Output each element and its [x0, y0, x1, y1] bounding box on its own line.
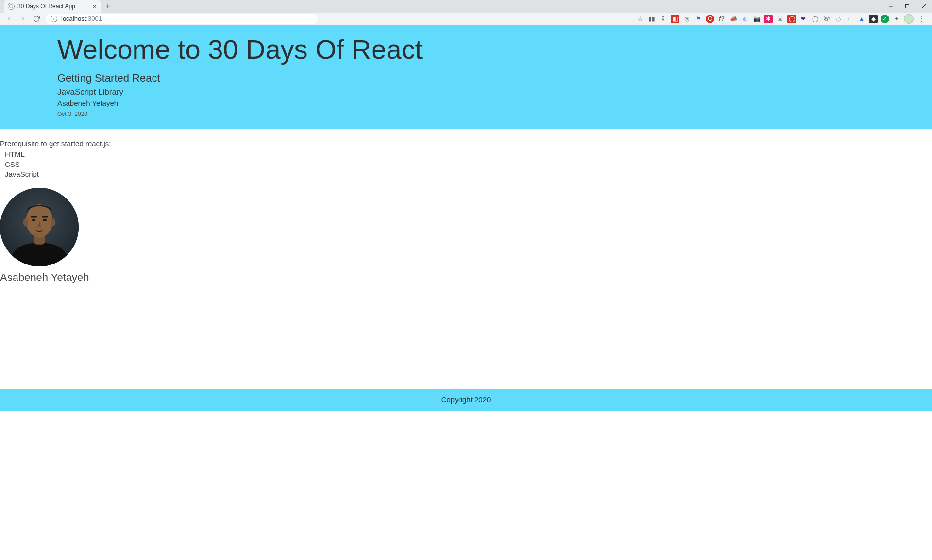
tab-strip: 30 Days Of React App × + [0, 0, 932, 13]
svg-point-8 [51, 218, 55, 226]
browser-menu-icon[interactable]: ⋮ [916, 15, 927, 23]
extension-icon[interactable]: 🎙 [659, 15, 668, 23]
close-tab-icon[interactable]: × [91, 3, 97, 10]
page-viewport: Welcome to 30 Days Of React Getting Star… [0, 25, 932, 560]
extension-icon[interactable]: Ⓦ [822, 15, 831, 23]
extension-icon[interactable]: ◧ [671, 15, 679, 23]
extension-icon[interactable]: ◌ [834, 15, 843, 23]
user-avatar [0, 188, 79, 266]
svg-point-11 [32, 219, 35, 221]
svg-point-12 [43, 219, 47, 221]
url-port: :3001 [86, 15, 102, 22]
new-tab-button[interactable]: + [101, 0, 115, 13]
extension-icon[interactable]: f? [717, 15, 726, 23]
prereq-list: HTML CSS JavaScript [0, 149, 932, 179]
site-info-icon[interactable]: i [51, 16, 57, 22]
favicon-icon [8, 3, 15, 10]
user-name: Asabeneh Yetayeh [0, 271, 932, 284]
close-window-button[interactable] [915, 0, 932, 13]
extension-icon[interactable]: 📣 [729, 15, 738, 23]
page-title: Welcome to 30 Days Of React [57, 34, 913, 65]
browser-tab[interactable]: 30 Days Of React App × [4, 0, 101, 13]
list-item: HTML [5, 149, 932, 159]
extension-icon[interactable]: ▲ [857, 15, 866, 23]
minimize-button[interactable] [882, 0, 899, 13]
window-controls [882, 0, 932, 13]
extension-icon[interactable]: ✓ [881, 15, 889, 23]
extension-icon[interactable]: ◯ [787, 15, 796, 23]
extension-icon[interactable]: 📷 [752, 15, 761, 23]
footer-copyright: Copyright 2020 [441, 395, 491, 404]
extension-icon[interactable]: ⚑ [694, 15, 703, 23]
browser-chrome: 30 Days Of React App × + i [0, 0, 932, 25]
url-host: localhost [61, 15, 86, 22]
extension-icon[interactable]: ❤ [799, 15, 808, 23]
list-item: CSS [5, 160, 932, 169]
address-bar[interactable]: i localhost:3001 [46, 14, 318, 24]
forward-button[interactable] [17, 13, 29, 25]
extension-icon[interactable]: ✱ [764, 15, 773, 23]
prereq-title: Prerequisite to get started react.js: [0, 139, 932, 148]
svg-point-6 [26, 204, 52, 237]
extension-icons: ☆ ▮▮ 🎙 ◧ ◎ ⚑ O f? 📣 ◐ 📷 ✱ ⇲ ◯ ❤ ◯ Ⓦ ◌ ○ … [636, 14, 929, 24]
extension-icon[interactable]: O [706, 15, 714, 23]
star-icon[interactable]: ☆ [636, 15, 644, 23]
extension-icon[interactable]: ◆ [869, 15, 878, 23]
page-subtitle: Getting Started React [57, 72, 913, 84]
extension-icon[interactable]: ◯ [811, 15, 819, 23]
maximize-button[interactable] [899, 0, 915, 13]
profile-avatar[interactable] [904, 14, 914, 24]
header-author: Asabeneh Yetayeh [57, 99, 913, 107]
page-header: Welcome to 30 Days Of React Getting Star… [0, 25, 932, 129]
extension-icon[interactable]: ○ [846, 15, 854, 23]
page-main: Prerequisite to get started react.js: HT… [0, 129, 932, 284]
url-text: localhost:3001 [61, 15, 102, 22]
svg-rect-10 [42, 216, 48, 217]
extension-icon[interactable]: ▮▮ [647, 15, 656, 23]
page-footer: Copyright 2020 [0, 389, 932, 411]
toolbar: i localhost:3001 ☆ ▮▮ 🎙 ◧ ◎ ⚑ O f? 📣 ◐ 📷… [0, 13, 932, 25]
tab-title: 30 Days Of React App [17, 3, 88, 10]
extension-icon[interactable]: ◎ [682, 15, 691, 23]
svg-point-7 [23, 218, 28, 226]
extensions-menu-icon[interactable]: ✦ [892, 15, 901, 23]
extension-icon[interactable]: ◐ [741, 15, 749, 23]
header-date: Oct 3, 2020 [57, 111, 87, 117]
list-item: JavaScript [5, 169, 932, 179]
page-library: JavaScript Library [57, 87, 913, 97]
svg-rect-9 [31, 216, 37, 217]
back-button[interactable] [3, 13, 16, 25]
extension-icon[interactable]: ⇲ [776, 15, 784, 23]
reload-button[interactable] [30, 13, 43, 25]
svg-rect-1 [906, 5, 909, 8]
